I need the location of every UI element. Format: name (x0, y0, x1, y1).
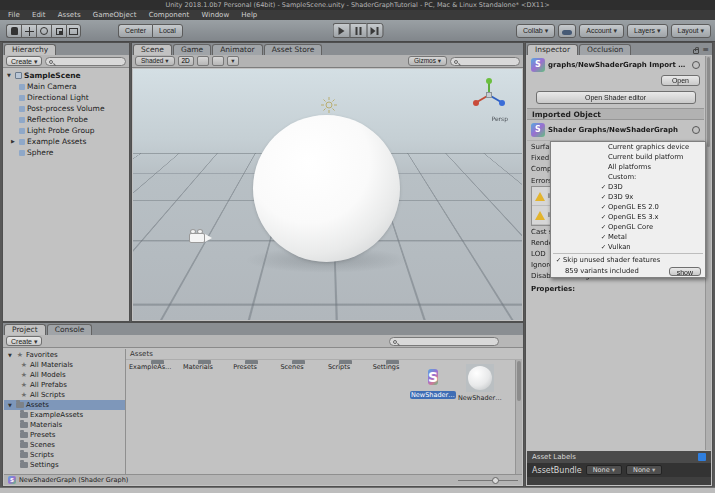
popup-item[interactable]: ✓OpenGL ES 3.x (551, 212, 705, 222)
asset-item[interactable]: Scripts (316, 363, 362, 402)
scene-root-row[interactable]: ▼ SampleScene (3, 70, 129, 81)
audio-toggle-button[interactable] (212, 56, 224, 66)
asset-labels-header[interactable]: Asset Labels (527, 451, 711, 463)
rotation-toggle-button[interactable]: Local (152, 24, 183, 38)
asset-item-shadergraph[interactable]: SNewShaderGraph (410, 363, 456, 402)
menu-assets[interactable]: Assets (53, 10, 86, 20)
gizmos-dropdown[interactable]: Gizmos ▾ (408, 56, 447, 66)
skip-unused-features-toggle[interactable]: ✓Skip unused shader features (551, 255, 705, 265)
hand-tool-button[interactable] (6, 24, 21, 38)
popup-item[interactable]: ✓D3D (551, 182, 705, 192)
tree-folder[interactable]: ExampleAssets (4, 410, 125, 420)
layers-dropdown[interactable]: Layers ▾ (627, 24, 667, 38)
orientation-gizmo[interactable] (470, 75, 508, 113)
lock-icon[interactable] (693, 49, 699, 54)
asset-item[interactable]: ExampleAssets (128, 363, 174, 402)
camera-gizmo[interactable] (189, 227, 215, 245)
menu-gameobject[interactable]: GameObject (88, 10, 142, 20)
popup-item[interactable]: ✓OpenGL Core (551, 222, 705, 232)
hierarchy-item[interactable]: Light Probe Group (3, 125, 129, 136)
popup-item[interactable]: ✓Vulkan (551, 242, 705, 252)
project-scrollbar[interactable] (515, 360, 522, 474)
foldout-icon[interactable]: ▼ (8, 400, 14, 410)
tab-asset-store[interactable]: Asset Store (264, 44, 323, 55)
hierarchy-item[interactable]: Directional Light (3, 92, 129, 103)
popup-item[interactable]: ✓Metal (551, 232, 705, 242)
hierarchy-item[interactable]: Post-process Volume (3, 103, 129, 114)
step-button[interactable] (366, 23, 383, 38)
project-create-button[interactable]: Create ▾ (6, 336, 42, 346)
tree-folder[interactable]: Scenes (4, 440, 125, 450)
asset-item[interactable]: Presets (222, 363, 268, 402)
asset-item[interactable]: Materials (175, 363, 221, 402)
rotate-tool-button[interactable] (36, 24, 51, 38)
popup-item[interactable]: Current build platform (551, 152, 705, 162)
pivot-toggle-button[interactable]: Center (118, 24, 152, 38)
tree-folder[interactable]: Presets (4, 430, 125, 440)
tab-console[interactable]: Console (47, 324, 93, 335)
menu-file[interactable]: File (3, 10, 25, 20)
hierarchy-item[interactable]: Reflection Probe (3, 114, 129, 125)
play-button[interactable] (332, 23, 349, 38)
tab-project[interactable]: Project (4, 324, 46, 335)
assetbundle-variant-dropdown[interactable]: None ▾ (626, 465, 662, 475)
asset-item[interactable]: Settings (363, 363, 409, 402)
tree-folder[interactable]: Materials (4, 420, 125, 430)
favorite-item[interactable]: ★All Prefabs (4, 380, 125, 390)
popup-item[interactable]: All platforms (551, 162, 705, 172)
assets-root-row[interactable]: ▼Assets (4, 400, 125, 410)
menu-help[interactable]: Help (236, 10, 262, 20)
favorite-item[interactable]: ★All Models (4, 370, 125, 380)
popup-item[interactable]: Custom: (551, 172, 705, 182)
menu-window[interactable]: Window (197, 10, 235, 20)
scene-search-input[interactable] (450, 57, 520, 66)
foldout-icon[interactable]: ▶ (11, 136, 17, 147)
slider-thumb[interactable] (492, 477, 499, 484)
hierarchy-item[interactable]: Sphere (3, 147, 129, 158)
scene-viewport[interactable]: Persp (133, 69, 522, 320)
cloud-services-button[interactable] (558, 24, 576, 38)
tree-folder[interactable]: Scripts (4, 450, 125, 460)
rect-tool-button[interactable] (66, 24, 81, 38)
hierarchy-item[interactable]: ▶Example Assets (3, 136, 129, 147)
sphere-object[interactable] (253, 115, 400, 262)
gear-icon[interactable] (692, 126, 700, 134)
tab-scene[interactable]: Scene (133, 44, 172, 55)
foldout-icon[interactable]: ▼ (8, 350, 14, 360)
foldout-icon[interactable]: ▼ (7, 70, 13, 81)
hierarchy-item[interactable]: Main Camera (3, 81, 129, 92)
assetbundle-name-dropdown[interactable]: None ▾ (586, 465, 622, 475)
pause-button[interactable] (349, 23, 366, 38)
toggle-2d-button[interactable]: 2D (178, 56, 194, 66)
move-tool-button[interactable] (21, 24, 36, 38)
show-variants-button[interactable]: show (669, 267, 701, 276)
directional-light-gizmo[interactable] (321, 97, 337, 113)
project-search-input[interactable] (389, 337, 499, 346)
projection-mode-label[interactable]: Persp (492, 115, 509, 122)
scale-tool-button[interactable] (51, 24, 66, 38)
draw-mode-dropdown[interactable]: Shaded ▾ (135, 56, 175, 66)
lighting-toggle-button[interactable] (197, 56, 209, 66)
context-menu-icon[interactable]: ≡ (702, 45, 709, 55)
asset-item-material[interactable]: NewShaderGraph (457, 363, 503, 402)
tab-game[interactable]: Game (173, 44, 211, 55)
favorites-root[interactable]: ▼★Favorites (4, 350, 125, 360)
favorite-item[interactable]: ★All Materials (4, 360, 125, 370)
menu-component[interactable]: Component (144, 10, 195, 20)
hierarchy-search-input[interactable] (45, 57, 126, 66)
thumbnail-size-slider[interactable] (458, 476, 518, 485)
collab-dropdown[interactable]: Collab ▾ (516, 24, 555, 38)
popup-item[interactable]: ✓D3D 9x (551, 192, 705, 202)
tab-animator[interactable]: Animator (212, 44, 262, 55)
effects-dropdown-button[interactable]: ▾ (227, 56, 239, 66)
popup-item[interactable]: Current graphics device (551, 142, 705, 152)
favorite-item[interactable]: ★All Scripts (4, 390, 125, 400)
open-shader-editor-button[interactable]: Open Shader editor (536, 91, 696, 104)
hierarchy-create-button[interactable]: Create ▾ (6, 56, 42, 66)
tab-hierarchy[interactable]: Hierarchy (4, 44, 56, 55)
layout-dropdown[interactable]: Layout ▾ (671, 24, 712, 38)
menu-edit[interactable]: Edit (27, 10, 51, 20)
tab-occlusion[interactable]: Occlusion (579, 44, 631, 55)
popup-item[interactable]: ✓OpenGL ES 2.0 (551, 202, 705, 212)
tab-inspector[interactable]: Inspector (527, 44, 578, 55)
